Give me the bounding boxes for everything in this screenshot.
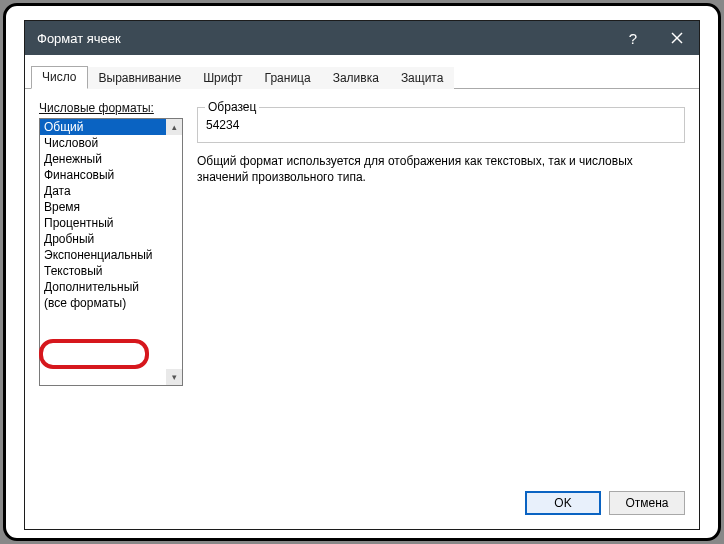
tab-protection[interactable]: Защита xyxy=(390,67,455,89)
content-area: Числовые форматы: ▴ Общий Числовой Денеж… xyxy=(25,89,699,481)
tab-border[interactable]: Граница xyxy=(254,67,322,89)
list-item-percent[interactable]: Процентный xyxy=(40,215,182,231)
list-item-number[interactable]: Числовой xyxy=(40,135,182,151)
list-item-custom[interactable]: (все форматы) xyxy=(40,295,182,311)
list-item-date[interactable]: Дата xyxy=(40,183,182,199)
sample-box: Образец 54234 xyxy=(197,107,685,143)
format-list[interactable]: ▴ Общий Числовой Денежный Финансовый Дат… xyxy=(39,118,183,386)
list-item-scientific[interactable]: Экспоненциальный xyxy=(40,247,182,263)
list-item-fraction[interactable]: Дробный xyxy=(40,231,182,247)
list-item-text[interactable]: Текстовый xyxy=(40,263,182,279)
list-item-accounting[interactable]: Финансовый xyxy=(40,167,182,183)
format-cells-dialog: Формат ячеек ? Число Выравнивание Шрифт … xyxy=(24,20,700,530)
window-title: Формат ячеек xyxy=(37,31,121,46)
scroll-down-icon[interactable]: ▾ xyxy=(166,369,182,385)
list-item-special[interactable]: Дополнительный xyxy=(40,279,182,295)
tab-number[interactable]: Число xyxy=(31,66,88,89)
sample-legend: Образец xyxy=(205,100,259,114)
close-button[interactable] xyxy=(655,21,699,55)
formats-label: Числовые форматы: xyxy=(39,101,183,115)
tab-font[interactable]: Шрифт xyxy=(192,67,253,89)
sample-value: 54234 xyxy=(206,112,676,132)
tab-fill[interactable]: Заливка xyxy=(322,67,390,89)
format-description: Общий формат используется для отображени… xyxy=(197,153,685,185)
tab-alignment[interactable]: Выравнивание xyxy=(88,67,193,89)
cancel-button[interactable]: Отмена xyxy=(609,491,685,515)
list-item-currency[interactable]: Денежный xyxy=(40,151,182,167)
tabbar: Число Выравнивание Шрифт Граница Заливка… xyxy=(25,55,699,89)
ok-button[interactable]: OK xyxy=(525,491,601,515)
titlebar: Формат ячеек ? xyxy=(25,21,699,55)
list-item-time[interactable]: Время xyxy=(40,199,182,215)
button-row: OK Отмена xyxy=(25,481,699,529)
list-item-general[interactable]: Общий xyxy=(40,119,182,135)
scroll-up-icon[interactable]: ▴ xyxy=(166,119,182,135)
help-button[interactable]: ? xyxy=(611,21,655,55)
close-icon xyxy=(671,32,683,44)
